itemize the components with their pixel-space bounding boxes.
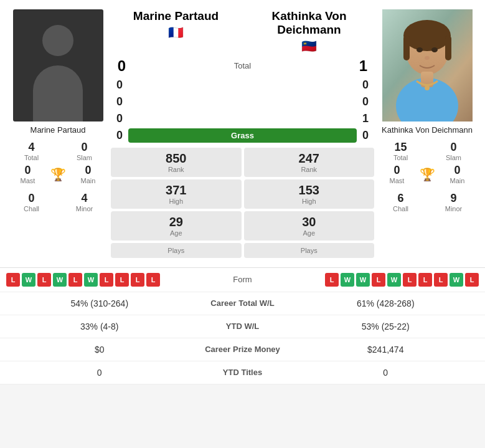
form-badge-l: L [115,273,129,287]
right-high-value: 153 [247,183,372,198]
right-name-heading: Kathinka Von Deichmann [244,9,374,37]
ytd-titles-left: 0 [6,368,193,378]
left-plays-box: Plays [111,243,242,258]
left-main-cell: 0 Main [65,163,111,186]
left-high-value: 371 [113,183,239,198]
left-rank-high-row: 850 Rank 247 Rank [111,148,374,177]
right-name-text: Kathinka Von Deichmann [272,9,347,36]
form-badge-w: W [356,273,370,287]
form-badge-l: L [465,273,479,287]
trophy-symbol: 🏆 [50,168,66,181]
right-plays-label: Plays [247,247,372,254]
form-badge-w: W [341,273,354,287]
left-high-label: High [113,198,239,205]
left-minor-cell: 4 Minor [58,191,111,214]
trophy-icon-right: 🏆 [420,167,435,182]
left-age-value: 29 [113,215,239,229]
left-chall-label: Chall [6,205,57,212]
bottom-section: LWLWLWLLLL Form LWWLWLLLWL 54% (310-264)… [0,267,485,384]
mid-column: Marine Partaud 🇫🇷 Kathinka Von Deichmann… [111,9,374,258]
total-score-right: 1 [352,57,374,75]
indoor-button[interactable]: Indoor [128,112,357,126]
left-player-name: Marine Partaud [31,125,86,135]
left-total-value: 4 [6,141,57,154]
left-mast-label: Mast [6,177,49,184]
left-age-box: 29 Age [111,211,242,241]
career-wl-row: 54% (310-264) Career Total W/L 61% (428-… [0,292,485,315]
svg-point-2 [403,20,451,51]
indoor-score-right: 1 [357,112,374,125]
hard-row: 0 Hard 0 [111,78,374,92]
right-high-box: 153 High [244,179,375,209]
right-main-value: 0 [436,164,479,177]
form-badge-w: W [84,273,98,287]
right-chall-minor-row: 6 Chall 9 Minor [374,191,480,214]
right-mast-value: 0 [375,164,418,177]
right-flag: 🇱🇮 [244,39,374,54]
ytd-titles-right: 0 [293,368,479,378]
left-name-text: Marine Partaud [133,9,219,22]
right-total-cell: 15 Total [374,140,427,163]
right-player-photo-svg [382,9,473,122]
right-player-avatar [382,9,473,122]
form-badge-l: L [37,273,51,287]
form-badges-left: LWLWLWLLLL [6,273,205,287]
right-plays-box: Plays [244,243,375,258]
career-wl-left: 54% (310-264) [6,298,193,308]
clay-button[interactable]: Clay [128,95,357,109]
right-main-label: Main [436,177,479,184]
grass-button[interactable]: Grass [128,128,357,143]
form-badge-l: L [100,273,113,287]
left-slam-cell: 0 Slam [58,140,111,163]
svg-point-6 [431,47,438,52]
form-badge-l: L [372,273,385,287]
form-badge-w: W [53,273,67,287]
left-mast-cell: 0 Mast [5,163,50,186]
form-badge-w: W [22,273,35,287]
form-badges-right: LWWLWLLLWL [280,273,479,287]
left-minor-label: Minor [59,205,110,212]
clay-score-right: 0 [357,95,374,108]
ytd-wl-left: 33% (4-8) [6,322,193,331]
right-slam-label: Slam [428,154,479,161]
left-trophy-row: 0 Mast 🏆 0 Main [5,163,111,186]
left-rank-box: 850 Rank [111,148,242,177]
prize-right: $241,474 [293,345,479,355]
clay-row: 0 Clay 0 [111,95,374,109]
form-badge-l: L [131,273,144,287]
right-chall-value: 6 [375,192,426,205]
right-age-box: 30 Age [244,211,375,241]
right-age-value: 30 [247,215,372,229]
trophy-icon-left: 🏆 [50,167,65,182]
total-score-row: 0 Total 1 [111,57,374,75]
right-trophy-row: 0 Mast 🏆 0 Main [374,163,480,186]
right-total-value: 15 [375,141,426,154]
svg-rect-3 [403,36,410,60]
left-rank-label: Rank [113,166,239,173]
left-main-value: 0 [67,164,110,177]
left-rank-value: 850 [113,151,239,166]
left-name-block: Marine Partaud 🇫🇷 [111,9,241,40]
form-badge-l: L [403,273,417,287]
left-high-box: 371 High [111,179,242,209]
right-age-label: Age [247,229,372,237]
silhouette-head [42,25,73,56]
hard-button[interactable]: Hard [128,78,357,92]
prize-row: $0 Career Prize Money $241,474 [0,338,485,361]
clay-score-left: 0 [111,95,128,108]
hard-score-right: 0 [357,79,374,92]
left-flag: 🇫🇷 [111,25,241,40]
grass-score-left: 0 [111,129,128,142]
indoor-row: 0 Indoor 1 [111,112,374,126]
svg-point-10 [425,85,430,90]
form-row: LWLWLWLLLL Form LWWLWLLLWL [0,268,485,292]
form-badge-w: W [387,273,401,287]
right-slam-cell: 0 Slam [427,140,480,163]
right-rank-value: 247 [247,151,372,166]
left-chall-minor-row: 0 Chall 4 Minor [5,191,111,214]
plays-row: Plays Plays [111,243,374,258]
form-badge-w: W [450,273,463,287]
form-badge-l: L [146,273,160,287]
high-row: 371 High 153 High [111,179,374,209]
left-player-avatar [13,9,103,122]
